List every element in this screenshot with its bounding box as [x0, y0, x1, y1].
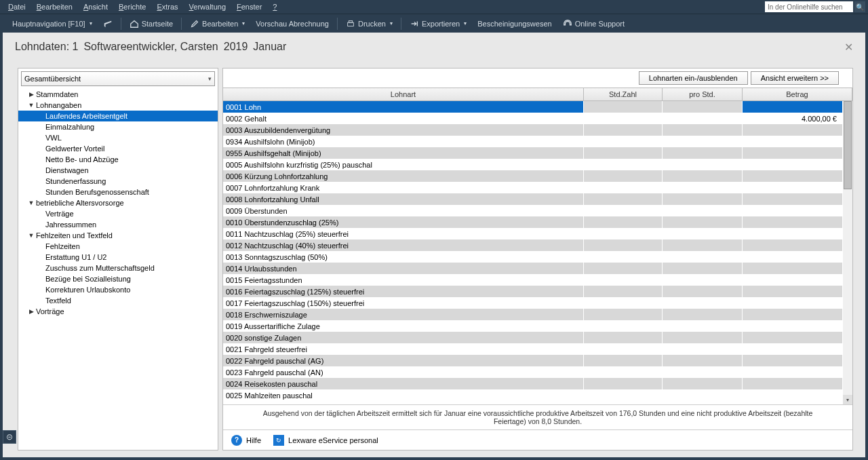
- table-row[interactable]: 0955 Aushilfsgehalt (Minijob): [223, 147, 843, 159]
- close-icon[interactable]: ✕: [844, 41, 853, 54]
- title-year: 2019: [224, 41, 248, 53]
- tree-vortr-ge[interactable]: ▶Vorträge: [18, 306, 218, 317]
- menu-berichte[interactable]: Berichte: [113, 1, 151, 12]
- menu-bearbeiten[interactable]: Bearbeiten: [31, 1, 78, 12]
- menu-ansicht[interactable]: Ansicht: [78, 1, 113, 12]
- table-row[interactable]: 0011 Nachtzuschlag (25%) steuerfrei: [223, 228, 843, 239]
- status-icon[interactable]: ⊝: [3, 430, 16, 444]
- menu-extras[interactable]: Extras: [151, 1, 183, 12]
- edit-button[interactable]: Bearbeiten▾: [184, 19, 250, 28]
- table-row[interactable]: 0006 Kürzung Lohnfortzahlung: [223, 170, 843, 182]
- export-button[interactable]: Exportieren▾: [404, 19, 472, 28]
- tree-bez-ge-bei-sozialleistung[interactable]: Bezüge bei Sozialleistung: [18, 273, 218, 284]
- table-row[interactable]: 0002 Gehalt4.000,00 €: [223, 113, 843, 124]
- tree-stunden-berufsgenossenschaft[interactable]: Stunden Berufsgenossenschaft: [18, 187, 218, 197]
- table-row[interactable]: 0934 Aushilfslohn (Minijob): [223, 136, 843, 147]
- tree-fehlzeiten-und-textfeld[interactable]: ▼Fehlzeiten und Textfeld: [18, 230, 218, 241]
- footer-bar: ?Hilfe ↻Lexware eService personal: [223, 429, 852, 450]
- svg-rect-0: [348, 22, 354, 26]
- table-row[interactable]: 0001 Lohn: [223, 101, 843, 113]
- right-panel: Lohnarten ein-/ausblenden Ansicht erweit…: [222, 68, 853, 451]
- search-input[interactable]: In der Onlinehilfe suchen: [765, 1, 853, 12]
- tree-textfeld[interactable]: Textfeld: [18, 295, 218, 306]
- eservice-button[interactable]: ↻Lexware eService personal: [273, 435, 378, 446]
- menubar: DateiBearbeitenAnsichtBerichteExtrasVerw…: [0, 0, 868, 14]
- svg-rect-1: [349, 20, 352, 22]
- tree-vertr-ge[interactable]: Verträge: [18, 208, 218, 219]
- preview-button[interactable]: Vorschau Abrechnung: [250, 20, 334, 28]
- vertical-scrollbar[interactable]: ▾: [843, 101, 852, 404]
- table-row[interactable]: 0025 Mahlzeiten pauschal: [223, 389, 843, 401]
- table-row[interactable]: 0018 Erschwerniszulage: [223, 309, 843, 320]
- table-row[interactable]: 0019 Aussertarifliche Zulage: [223, 320, 843, 332]
- info-text: Ausgehend von der täglichen Arbeitszeit …: [223, 404, 852, 429]
- col-betrag[interactable]: Betrag: [743, 88, 852, 100]
- support-button[interactable]: Online Support: [557, 19, 630, 28]
- table-row[interactable]: 0015 Feiertagsstunden: [223, 274, 843, 286]
- search-icon[interactable]: 🔍: [854, 1, 865, 12]
- tree-jahressummen[interactable]: Jahressummen: [18, 219, 218, 230]
- expand-view-button[interactable]: Ansicht erweitern >>: [751, 71, 839, 85]
- pin-icon[interactable]: [98, 19, 118, 28]
- print-button[interactable]: Drucken▾: [340, 19, 398, 28]
- table-row[interactable]: 0022 Fahrgeld pauschal (AG): [223, 355, 843, 366]
- cert-button[interactable]: Bescheinigungswesen: [472, 20, 557, 28]
- tree-zuschuss-zum-mutterschaftsgeld[interactable]: Zuschuss zum Mutterschaftsgeld: [18, 263, 218, 273]
- tree-einmalzahlung[interactable]: Einmalzahlung: [18, 121, 218, 132]
- nav-tree: ▶Stammdaten▼LohnangabenLaufendes Arbeits…: [18, 89, 218, 450]
- col-lohnart[interactable]: Lohnart: [223, 88, 584, 100]
- help-button[interactable]: ?Hilfe: [231, 435, 261, 446]
- overview-dropdown[interactable]: Gesamtübersicht: [21, 71, 215, 86]
- toolbar: Hauptnavigation [F10]▾ Startseite Bearbe…: [0, 14, 868, 33]
- tree-netto-be-und-abz-ge[interactable]: Netto Be- und Abzüge: [18, 154, 218, 165]
- table-row[interactable]: 0008 Lohnfortzahlung Unfall: [223, 193, 843, 205]
- title-name: Softwareentwickler, Carsten: [83, 41, 218, 53]
- table-row[interactable]: 0003 Auszubildendenvergütung: [223, 124, 843, 136]
- menu-fenster[interactable]: Fenster: [231, 1, 267, 12]
- table-row[interactable]: 0020 sonstige Zulagen: [223, 332, 843, 343]
- table-row[interactable]: 0021 Fahrgeld steuerfrei: [223, 343, 843, 355]
- menu-?[interactable]: ?: [267, 1, 282, 12]
- tree-stundenerfassung[interactable]: Stundenerfassung: [18, 176, 218, 187]
- table-row[interactable]: 0012 Nachtzuschlag (40%) steuerfrei: [223, 239, 843, 251]
- page-header: Lohndaten: 1 Softwareentwickler, Carsten…: [3, 33, 865, 61]
- toggle-lohnarten-button[interactable]: Lohnarten ein-/ausblenden: [639, 71, 748, 85]
- menu-verwaltung[interactable]: Verwaltung: [184, 1, 231, 12]
- table-row[interactable]: 0017 Feiertagszuschlag (150%) steuerfrei: [223, 297, 843, 309]
- left-panel: Gesamtübersicht ▶Stammdaten▼LohnangabenL…: [18, 68, 218, 451]
- main-nav-button[interactable]: Hauptnavigation [F10]▾: [7, 20, 98, 28]
- home-button[interactable]: Startseite: [124, 19, 178, 28]
- col-prostd[interactable]: pro Std.: [663, 88, 743, 100]
- title-month: Januar: [253, 41, 286, 53]
- table: Lohnart Std.Zahl pro Std. Betrag 0001 Lo…: [223, 88, 852, 404]
- table-row[interactable]: 0007 Lohnfortzahlung Krank: [223, 182, 843, 193]
- tree-geldwerter-vorteil[interactable]: Geldwerter Vorteil: [18, 143, 218, 154]
- table-row[interactable]: 0009 Überstunden: [223, 205, 843, 216]
- table-row[interactable]: 0024 Reisekosten pauschal: [223, 378, 843, 389]
- table-row[interactable]: 0013 Sonntagszuschlag (50%): [223, 251, 843, 263]
- tree-korrekturen-urlaubskonto[interactable]: Korrekturen Urlaubskonto: [18, 284, 218, 295]
- tree-stammdaten[interactable]: ▶Stammdaten: [18, 89, 218, 100]
- title-lohndaten: Lohndaten: 1: [15, 41, 78, 53]
- content-area: Lohndaten: 1 Softwareentwickler, Carsten…: [3, 33, 865, 457]
- tree-betriebliche-altersvorsorge[interactable]: ▼betriebliche Altersvorsorge: [18, 197, 218, 208]
- table-row[interactable]: 0005 Aushilfslohn kurzfristig (25%) paus…: [223, 159, 843, 170]
- table-row[interactable]: 0010 Überstundenzuschlag (25%): [223, 216, 843, 228]
- tree-lohnangaben[interactable]: ▼Lohnangaben: [18, 100, 218, 111]
- tree-fehlzeiten[interactable]: Fehlzeiten: [18, 241, 218, 252]
- col-stdzahl[interactable]: Std.Zahl: [584, 88, 663, 100]
- tree-laufendes-arbeitsentgelt[interactable]: Laufendes Arbeitsentgelt: [18, 111, 218, 121]
- tree-dienstwagen[interactable]: Dienstwagen: [18, 165, 218, 176]
- table-row[interactable]: 0014 Urlaubsstunden: [223, 263, 843, 274]
- tree-erstattung-u1-u2[interactable]: Erstattung U1 / U2: [18, 252, 218, 263]
- menu-datei[interactable]: Datei: [3, 1, 31, 12]
- tree-vwl[interactable]: VWL: [18, 132, 218, 143]
- table-row[interactable]: 0023 Fahrgeld pauschal (AN): [223, 366, 843, 378]
- table-row[interactable]: 0016 Feiertagszuschlag (125%) steuerfrei: [223, 286, 843, 297]
